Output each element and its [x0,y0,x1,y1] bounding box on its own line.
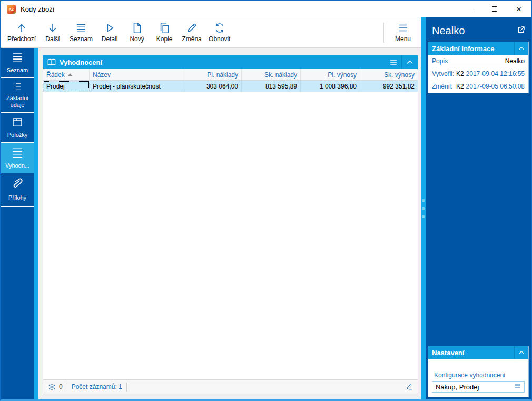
detail-button[interactable]: Detail [96,19,123,46]
maximize-button[interactable] [482,1,507,17]
config-dropdown-button[interactable] [513,382,522,392]
info-row-zmenil: Změnil: K2 2017-09-05 06:50:08 [428,80,528,93]
edit-button[interactable]: Změna [178,19,205,46]
list-lines-icon [11,146,24,159]
list-label: Seznam [70,35,93,43]
list-button[interactable]: Seznam [66,19,96,46]
panel-title: Vyhodnocení [60,58,102,66]
info-label: Změnil: [432,83,452,90]
lock-count: 0 [59,383,63,390]
menu-button[interactable]: Menu [389,19,417,46]
copy-label: Kopie [156,35,173,43]
column-header-pl-vynosy[interactable]: Pl. výnosy [301,69,360,80]
cell-sk-naklady[interactable]: 813 595,89 [242,81,301,92]
cell-sk-vynosy[interactable]: 992 351,82 [360,81,418,92]
minimize-icon [468,9,474,9]
sidebar-item-label: Položky [7,132,28,139]
splitter-grip-icon [422,207,425,210]
panel-statusbar: 0 Počet záznamů: 1 [43,379,418,394]
external-link-icon [517,25,526,34]
new-document-icon [131,22,143,34]
minimize-button[interactable] [458,1,482,17]
info-user: K2 [456,83,464,90]
cell-pl-naklady[interactable]: 303 064,00 [185,81,242,92]
settings-collapse-button[interactable] [515,346,528,359]
menu-icon [513,382,522,389]
info-date: 2017-09-04 12:16:55 [466,70,525,77]
statusbar-separator [126,383,127,392]
open-in-window-button[interactable] [517,25,526,36]
open-book-icon [47,57,56,67]
new-button[interactable]: Nový [123,19,151,46]
arrow-up-icon [16,22,27,34]
edit-label: Změna [182,35,201,43]
window-controls: × [458,1,531,17]
new-label: Nový [130,35,144,43]
cell-pl-vynosy[interactable]: 1 008 396,80 [301,81,360,92]
k2-app-icon: K2 [7,5,16,14]
panel-splitter[interactable] [421,17,426,399]
sidebar-item-seznam[interactable]: Seznam [1,48,34,78]
config-field-label: Konfigurace vyhodnocení [434,371,525,379]
right-panel-titlebar: Nealko [428,19,529,42]
splitter-grip-icon [422,199,425,202]
section-title: Základní informace [432,45,494,53]
info-label: Vytvořil: [432,70,454,77]
column-header-radek[interactable]: Řádek [43,69,90,80]
asterisk-lock-icon [48,383,56,391]
next-button[interactable]: Další [39,19,66,46]
next-label: Další [45,35,60,43]
cell-nazev[interactable]: Prodej - plán/skutečnost [90,81,185,92]
column-header-pl-naklady[interactable]: Pl. náklady [185,69,242,80]
splitter-grip-icon [422,215,425,218]
sidebar-filler [1,207,34,399]
sidebar-item-vyhodnoceni[interactable]: Vyhodn... [1,143,34,173]
main-area: Vyhodnocení [38,48,421,399]
sidebar-item-zakladni-udaje[interactable]: Základní údaje [1,78,34,113]
basic-info-section: Základní informace Popis Nealko Vytvo [428,42,529,93]
copy-button[interactable]: Kopie [151,19,178,46]
titlebar: K2 Kódy zboží × [1,1,531,17]
info-label: Popis [432,57,448,65]
info-date: 2017-09-05 06:50:08 [466,83,525,90]
pencil-icon [186,22,198,34]
cell-radek[interactable]: Prodej [43,81,90,92]
table-empty-area[interactable] [43,92,418,379]
record-count: Počet záznamů: 1 [67,383,126,391]
panel-menu-button[interactable] [386,55,401,69]
sidebar-item-label: Přílohy [8,194,26,202]
play-outline-icon [104,22,115,34]
column-label: Pl. náklady [207,71,238,79]
sidebar-item-polozky[interactable]: Položky [1,113,34,143]
sidebar-item-prilohy[interactable]: Přílohy [1,173,34,207]
list-lines-icon [75,22,87,34]
chevron-up-icon [518,349,525,356]
column-label: Řádek [46,71,65,79]
table-row[interactable]: Prodej Prodej - plán/skutečnost 303 064,… [43,81,418,92]
settings-header: Nastavení [428,346,528,359]
sidebar-item-label: Seznam [7,67,28,74]
previous-button[interactable]: Předchozí [4,19,39,46]
column-header-sk-vynosy[interactable]: Sk. výnosy [360,69,418,80]
detail-list-icon [11,81,24,92]
config-dropdown[interactable]: Nákup, Prodej [432,381,525,393]
config-dropdown-value: Nákup, Prodej [436,383,513,391]
refresh-button[interactable]: Obnovit [205,19,233,46]
panel-collapse-button[interactable] [402,55,418,69]
close-button[interactable]: × [507,1,531,17]
column-label: Sk. náklady [264,71,297,79]
column-label: Pl. výnosy [328,71,357,79]
sidebar-accent-strip [34,48,38,399]
right-panel: Nealko Základní informace [426,17,531,399]
list-lines-icon [11,51,24,64]
menu-icon [389,58,398,66]
basic-info-collapse-button[interactable] [515,42,528,55]
column-header-nazev[interactable]: Název [90,69,185,80]
chevron-up-icon [518,45,525,52]
edit-mode-button[interactable] [401,383,413,391]
settings-section: Nastavení Konfigurace vyhodnocení Nákup,… [428,346,529,397]
info-user: K2 [456,70,464,77]
close-icon: × [516,5,521,14]
column-header-sk-naklady[interactable]: Sk. náklady [242,69,301,80]
right-panel-spacer [428,93,529,346]
